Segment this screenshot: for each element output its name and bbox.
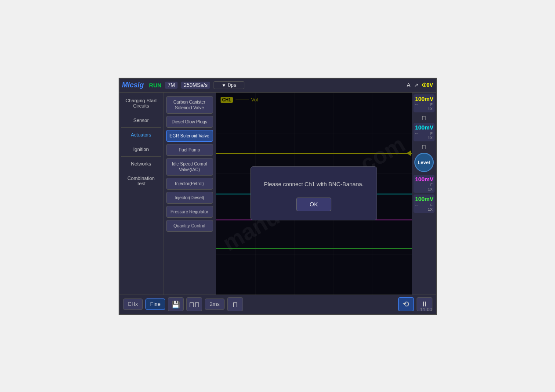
btn-diesel-glow[interactable]: Diesel Glow Plugs bbox=[166, 116, 213, 128]
ch5-f: F bbox=[430, 203, 433, 207]
ch1-panel-sub2: 1X bbox=[415, 107, 433, 111]
dialog-ok-button[interactable]: OK bbox=[296, 198, 332, 211]
level-button[interactable]: Level bbox=[414, 153, 434, 172]
memory-stat: 7M bbox=[165, 82, 178, 89]
timebase-button[interactable]: 2ms bbox=[205, 298, 225, 310]
wave-shape-2-button[interactable]: ⊓ bbox=[227, 297, 243, 311]
ch3-wave-icons: ⊓ bbox=[421, 143, 426, 150]
ch4-panel-sub2: 1X bbox=[415, 187, 433, 191]
square-wave-icon-2: ⊓ bbox=[421, 143, 426, 150]
btn-quantity-control[interactable]: Quantity Control bbox=[166, 220, 213, 232]
ch1-dots: ··· bbox=[415, 102, 419, 107]
ch5-panel-sub: ··· F bbox=[415, 203, 433, 207]
wave-shape-2-icon: ⊓ bbox=[232, 300, 238, 309]
auto-icon: ⟲ bbox=[403, 299, 409, 309]
sidebar-item-sensor[interactable]: Sensor bbox=[121, 115, 161, 126]
ch4-panel-sub: ··· F bbox=[415, 183, 433, 187]
timebase-display: 0ps bbox=[228, 82, 236, 88]
sidebar-item-combination-test[interactable]: Combination Test bbox=[121, 173, 161, 189]
trigger-slope-icon: ↗ bbox=[414, 82, 418, 88]
top-bar: Micsig RUN 7M 250MSa/s ▼ 0ps A ↗ ①0V bbox=[120, 79, 436, 93]
center-area: CH1 Vol manualshhive.com Please connect … bbox=[216, 93, 412, 295]
run-status: RUN bbox=[149, 82, 161, 89]
ch1-f: F bbox=[430, 102, 433, 107]
sidebar-item-ignition[interactable]: Ignition bbox=[121, 144, 161, 155]
bottom-toolbar: CHx Fine 💾 ⊓⊓ 2ms ⊓ ⟲ ⏸ bbox=[120, 295, 436, 314]
ch1-panel[interactable]: 100mV ··· F 1X bbox=[414, 94, 435, 113]
auto-button[interactable]: ⟲ bbox=[398, 297, 414, 311]
ch1-voltage: ①0V bbox=[422, 82, 433, 88]
dialog-box: Please connect Ch1 with BNC-Banana. OK bbox=[250, 166, 377, 220]
dialog-overlay: Please connect Ch1 with BNC-Banana. OK bbox=[216, 93, 412, 295]
fine-button[interactable]: Fine bbox=[145, 298, 165, 310]
sidebar-divider-3 bbox=[121, 142, 161, 142]
dialog-message: Please connect Ch1 with BNC-Banana. bbox=[264, 180, 364, 189]
ch2-wave-icons: ⊓ bbox=[421, 114, 426, 121]
oscilloscope-display: CH1 Vol manualshhive.com Please connect … bbox=[216, 93, 412, 295]
ch5-panel[interactable]: 100mV ··· F 1X bbox=[414, 194, 435, 213]
save-button[interactable]: 💾 bbox=[168, 297, 184, 311]
ch2-panel-sub: ··· F bbox=[415, 131, 433, 136]
ch2-panel-sub2: 1X bbox=[415, 136, 433, 140]
wave-shape-1-icon: ⊓⊓ bbox=[189, 300, 200, 309]
sidebar-divider-4 bbox=[121, 156, 161, 157]
left-sidebar: Charging Start Circuits Sensor Actuators… bbox=[120, 93, 163, 295]
sidebar-item-networks[interactable]: Networks bbox=[121, 158, 161, 169]
time-display: 11:00 bbox=[420, 307, 432, 312]
trigger-box[interactable]: ▼ 0ps bbox=[214, 81, 244, 89]
btn-carbon-canister[interactable]: Carbon Canister Solenoid Valve bbox=[166, 96, 213, 114]
ch1-panel-value: 100mV bbox=[415, 96, 433, 103]
sample-rate-stat: 250MSa/s bbox=[181, 82, 210, 89]
right-panels: 100mV ··· F 1X ⊓ 100mV ··· F 1X ⊓ bbox=[412, 93, 436, 295]
sidebar-divider-1 bbox=[121, 113, 161, 113]
ch2-panel-value: 100mV bbox=[415, 124, 433, 131]
btn-fuel-pump[interactable]: Fuel Pump bbox=[166, 144, 213, 156]
ch2-dots: ··· bbox=[415, 131, 419, 136]
ch4-dots: ··· bbox=[415, 183, 419, 187]
chx-button[interactable]: CHx bbox=[123, 298, 143, 310]
oscilloscope-main: Micsig RUN 7M 250MSa/s ▼ 0ps A ↗ ①0V Cha… bbox=[119, 78, 437, 315]
top-right-info: A ↗ ①0V bbox=[407, 82, 433, 88]
main-content: Charging Start Circuits Sensor Actuators… bbox=[120, 93, 436, 295]
ch2-panel[interactable]: 100mV ··· F 1X bbox=[414, 123, 435, 141]
btn-injector-diesel[interactable]: Injector(Diesel) bbox=[166, 192, 213, 204]
btn-pressure-regulator[interactable]: Pressure Regulator bbox=[166, 206, 213, 218]
ch5-panel-sub2: 1X bbox=[415, 207, 433, 212]
ch4-panel[interactable]: 100mV ··· F 1X bbox=[414, 175, 435, 193]
ch2-f: F bbox=[430, 131, 433, 136]
ch4-panel-value: 100mV bbox=[415, 176, 433, 183]
sidebar-item-actuators[interactable]: Actuators bbox=[121, 129, 161, 140]
sidebar-item-charging[interactable]: Charging Start Circuits bbox=[121, 95, 161, 111]
btn-egr-solenoid[interactable]: EGR Solenoid Valve bbox=[166, 130, 213, 142]
ch5-dots: ··· bbox=[415, 203, 419, 207]
btn-injector-petrol[interactable]: Injector(Petrol) bbox=[166, 178, 213, 190]
ch1-panel-sub: ··· F bbox=[415, 102, 433, 107]
square-wave-icon-1: ⊓ bbox=[421, 114, 426, 121]
ch4-f: F bbox=[430, 183, 433, 187]
btn-idle-speed[interactable]: Idle Speed Conrol Valve(IAC) bbox=[166, 158, 213, 176]
logo: Micsig bbox=[122, 81, 144, 89]
ch5-panel-value: 100mV bbox=[415, 196, 433, 203]
sidebar-divider-5 bbox=[121, 171, 161, 171]
wave-shape-1-button[interactable]: ⊓⊓ bbox=[186, 297, 202, 311]
actuator-buttons-panel: Carbon Canister Solenoid Valve Diesel Gl… bbox=[163, 93, 216, 295]
sidebar-divider-2 bbox=[121, 127, 161, 128]
trigger-marker-icon: ▼ bbox=[222, 83, 226, 88]
save-icon: 💾 bbox=[171, 300, 180, 309]
trigger-mode-label: A bbox=[407, 82, 410, 88]
